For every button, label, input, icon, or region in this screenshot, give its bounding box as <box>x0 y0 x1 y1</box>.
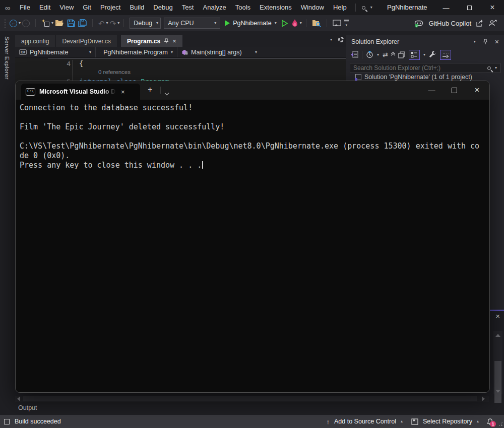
console-maximize-button[interactable] <box>443 81 466 99</box>
chevron-down-icon[interactable]: ▾ <box>370 6 372 10</box>
live-share-icon[interactable] <box>488 20 497 27</box>
horizontal-scrollbar[interactable] <box>15 396 489 402</box>
scroll-left-icon[interactable] <box>17 396 20 401</box>
preview-selected-items-icon[interactable] <box>398 51 405 58</box>
type-dropdown[interactable]: PgNhibernate.Program ▾ <box>96 47 177 57</box>
console-close-button[interactable]: × <box>466 81 488 99</box>
output-tab-row: Output <box>15 403 504 415</box>
panel-close-icon[interactable]: × <box>495 38 499 46</box>
hot-reload-button[interactable] <box>290 17 300 29</box>
minimize-button[interactable]: — <box>434 0 458 15</box>
close-button[interactable]: × <box>481 0 504 15</box>
document-tab-well: app.config DevartPgDriver.cs Program.cs … <box>15 35 346 47</box>
tab-program-cs[interactable]: Program.cs × <box>121 35 182 47</box>
menu-tools[interactable]: Tools <box>231 0 255 15</box>
menu-help[interactable]: Help <box>329 0 351 15</box>
switch-views-icon[interactable] <box>350 51 358 58</box>
chevron-up-icon[interactable]: ▴ <box>477 419 479 423</box>
member-dropdown[interactable]: Main(string[] args) ▾ <box>177 47 261 57</box>
pending-changes-filter-icon[interactable] <box>366 51 373 58</box>
scroll-down-icon[interactable] <box>495 390 500 393</box>
menu-test[interactable]: Test <box>177 0 199 15</box>
open-file-button[interactable] <box>53 17 66 29</box>
share-icon[interactable] <box>476 20 484 27</box>
redo-dropdown-icon[interactable]: ▾ <box>117 21 119 25</box>
undo-button[interactable]: ↶ <box>97 17 106 29</box>
navigate-back-button[interactable]: ← <box>8 17 19 29</box>
pin-icon[interactable] <box>483 39 488 45</box>
vertical-scrollbar[interactable] <box>493 331 502 394</box>
save-button[interactable] <box>66 17 77 29</box>
chevron-up-icon[interactable]: ▴ <box>401 419 403 423</box>
tab-devartpgdriver[interactable]: DevartPgDriver.cs <box>56 35 117 47</box>
solution-search-input[interactable] <box>353 64 483 72</box>
chevron-down-icon[interactable]: ▾ <box>377 53 379 57</box>
live-preview-button[interactable] <box>331 17 343 29</box>
menu-git[interactable]: Git <box>78 0 96 15</box>
menu-project[interactable]: Project <box>96 0 125 15</box>
menu-analyze[interactable]: Analyze <box>198 0 230 15</box>
pin-icon[interactable] <box>164 38 169 44</box>
menu-edit[interactable]: Edit <box>35 0 55 15</box>
gear-icon[interactable] <box>338 37 344 42</box>
solution-search-box[interactable]: ▾ <box>350 63 500 73</box>
tab-list-chevron-icon[interactable]: ▾ <box>330 38 332 42</box>
tab-close-icon[interactable]: × <box>172 37 176 45</box>
tab-dropdown-button[interactable] <box>165 88 168 97</box>
menu-build[interactable]: Build <box>125 0 149 15</box>
solution-root-node[interactable]: Solution 'PgNhibernate' (1 of 1 project) <box>355 74 472 81</box>
start-debugging-button[interactable]: PgNhibernate ▾ <box>222 17 279 29</box>
find-in-files-button[interactable] <box>310 17 323 29</box>
notifications-button[interactable]: 1 <box>486 418 494 425</box>
new-project-button[interactable] <box>40 17 51 29</box>
solution-platform-dropdown[interactable]: Any CPU ▾ <box>164 18 220 29</box>
maximize-icon <box>467 6 472 10</box>
add-to-source-control-button[interactable]: Add to Source Control <box>334 418 396 425</box>
show-all-files-button[interactable] <box>409 50 420 60</box>
console-title-bar[interactable]: Microsoft Visual Studio Debug Console × … <box>16 81 489 100</box>
copilot-label[interactable]: GitHub Copilot <box>428 20 471 27</box>
menu-window[interactable]: Window <box>296 0 329 15</box>
scroll-right-icon[interactable] <box>482 396 485 401</box>
hot-reload-dropdown-icon[interactable]: ▾ <box>300 21 302 25</box>
redo-button[interactable]: ↷ <box>108 17 118 29</box>
server-explorer-tab[interactable]: Server Explorer <box>4 36 10 80</box>
panel-menu-chevron-icon[interactable]: ▾ <box>474 40 476 44</box>
track-active-item-button[interactable] <box>440 50 451 60</box>
menu-extensions[interactable]: Extensions <box>255 0 296 15</box>
toolbar-overflow-button[interactable]: ▾ <box>343 17 350 29</box>
navigate-forward-button[interactable]: → <box>21 17 31 29</box>
codelens-references[interactable]: 0 references <box>98 69 131 75</box>
quick-search[interactable]: ▾ <box>362 6 372 10</box>
search-icon[interactable] <box>487 66 491 70</box>
chevron-down-icon[interactable]: ▾ <box>495 66 497 70</box>
scrollbar-thumb[interactable] <box>23 396 477 401</box>
scroll-up-icon[interactable] <box>495 334 500 337</box>
chevron-down-icon[interactable]: ▾ <box>423 53 425 57</box>
menu-debug[interactable]: Debug <box>149 0 177 15</box>
project-dropdown[interactable]: C# PgNhibernate ▾ <box>15 47 96 57</box>
select-repository-button[interactable]: Select Repository <box>423 418 472 425</box>
console-tab-close-icon[interactable]: × <box>121 88 125 96</box>
save-all-button[interactable] <box>77 17 88 29</box>
output-tab[interactable]: Output <box>18 404 37 411</box>
properties-wrench-icon[interactable] <box>429 51 436 58</box>
sync-with-active-document-icon[interactable]: ⇄ <box>383 51 388 58</box>
new-tab-button[interactable]: + <box>148 85 152 94</box>
menu-file[interactable]: File <box>15 0 35 15</box>
collapse-all-icon[interactable] <box>392 52 395 57</box>
console-minimize-button[interactable]: — <box>420 81 443 99</box>
line-number: 4 <box>59 60 71 67</box>
github-copilot-icon[interactable] <box>414 19 424 28</box>
console-tab[interactable]: Microsoft Visual Studio Debug Console × <box>21 84 140 100</box>
background-tasks-icon[interactable] <box>4 419 10 424</box>
maximize-button[interactable] <box>458 0 481 15</box>
solution-configuration-dropdown[interactable]: Debug ▾ <box>130 18 161 29</box>
menu-view[interactable]: View <box>55 0 78 15</box>
toolbar-grip[interactable] <box>4 19 6 28</box>
start-without-debugging-button[interactable] <box>280 17 290 29</box>
scrollbar-thumb[interactable] <box>494 361 501 404</box>
tab-app-config[interactable]: app.config <box>15 35 55 47</box>
panel-close-icon[interactable]: × <box>495 312 500 320</box>
console-output[interactable]: Connection to the database successful! F… <box>16 100 489 392</box>
